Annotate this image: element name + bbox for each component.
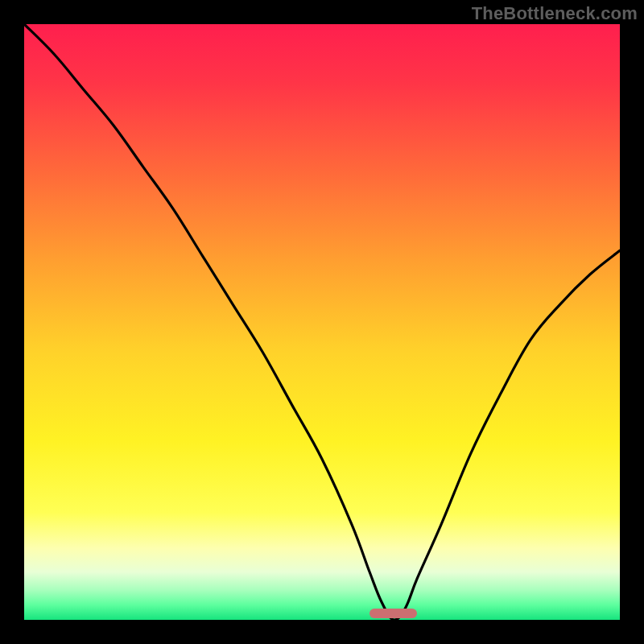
bottleneck-curve xyxy=(24,24,620,620)
optimal-marker xyxy=(369,609,417,618)
chart-frame: TheBottleneck.com xyxy=(0,0,644,644)
attribution-text: TheBottleneck.com xyxy=(472,3,638,24)
plot-area xyxy=(24,24,620,620)
